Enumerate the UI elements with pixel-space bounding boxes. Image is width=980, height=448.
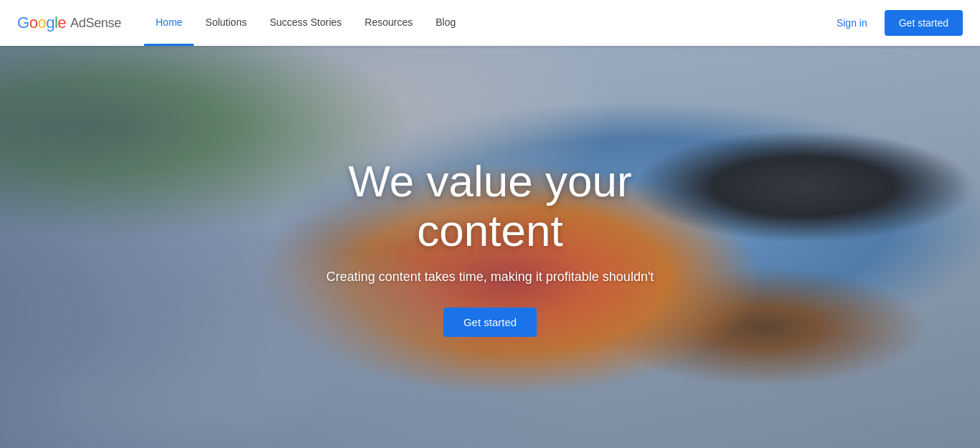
logo-link[interactable]: Google AdSense bbox=[17, 14, 121, 32]
nav-item-blog[interactable]: Blog bbox=[424, 0, 467, 46]
nav-item-resources[interactable]: Resources bbox=[353, 0, 424, 46]
navbar: Google AdSense Home Solutions Success St… bbox=[0, 0, 980, 46]
adsense-label: AdSense bbox=[70, 16, 121, 31]
sign-in-button[interactable]: Sign in bbox=[825, 11, 879, 34]
nav-links: Home Solutions Success Stories Resources… bbox=[144, 0, 825, 46]
nav-item-home[interactable]: Home bbox=[144, 0, 194, 46]
hero-cta-button[interactable]: Get started bbox=[443, 308, 537, 337]
hero-content: We value your content Creating content t… bbox=[312, 157, 669, 336]
google-logo: Google bbox=[17, 14, 66, 32]
hero-section: We value your content Creating content t… bbox=[0, 46, 980, 448]
nav-right: Sign in Get started bbox=[825, 10, 963, 36]
hero-title: We value your content bbox=[326, 157, 654, 254]
hero-subtitle: Creating content takes time, making it p… bbox=[326, 270, 654, 285]
nav-item-success-stories[interactable]: Success Stories bbox=[258, 0, 353, 46]
nav-item-solutions[interactable]: Solutions bbox=[194, 0, 258, 46]
get-started-nav-button[interactable]: Get started bbox=[885, 10, 963, 36]
